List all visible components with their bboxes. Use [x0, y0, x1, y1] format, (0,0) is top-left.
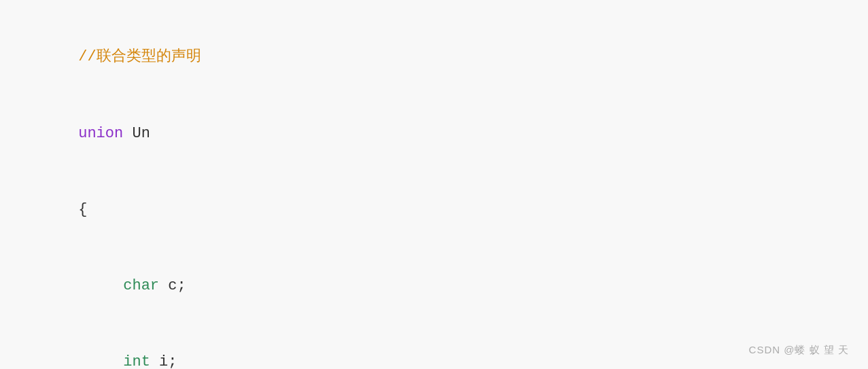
code-line-5: int i; [24, 324, 844, 369]
watermark: CSDN @蝼 蚁 望 天 [749, 344, 849, 357]
code-container: //联合类型的声明 union Un { char c; int i; }; /… [0, 0, 868, 369]
code-line-4: char c; [24, 248, 844, 324]
code-line-3: { [24, 171, 844, 247]
type-char: char [123, 277, 159, 294]
plain-Un: Un [123, 125, 150, 142]
indent-1 [78, 277, 123, 294]
type-int: int [123, 353, 150, 369]
code-line-2: union Un [24, 95, 844, 171]
code-line-1: //联合类型的声明 [24, 19, 844, 95]
indent-2 [78, 353, 123, 369]
var-i: i; [150, 353, 177, 369]
var-c: c; [159, 277, 186, 294]
code-block: //联合类型的声明 union Un { char c; int i; }; /… [24, 19, 844, 369]
brace-open: { [78, 201, 87, 218]
comment-1: //联合类型的声明 [78, 48, 201, 65]
keyword-union-1: union [78, 125, 123, 142]
